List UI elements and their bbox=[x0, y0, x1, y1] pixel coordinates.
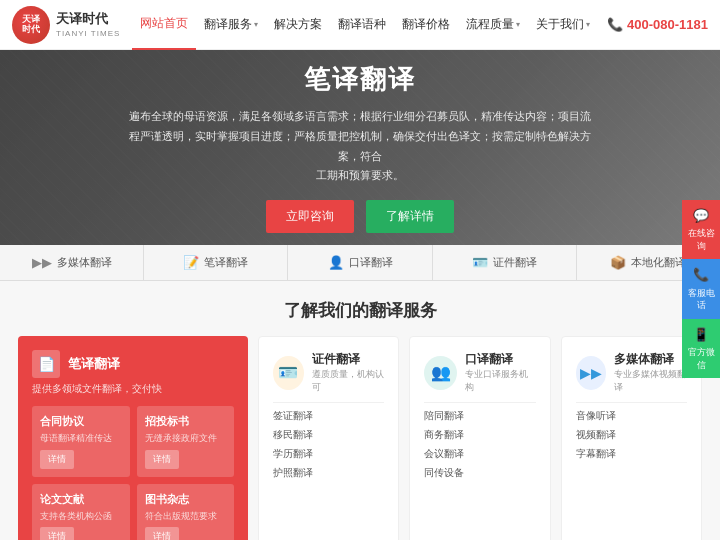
mini-item-paper: 论文文献 支持各类机构公函 详情 bbox=[32, 484, 130, 540]
nav-item-process[interactable]: 流程质量 ▾ bbox=[458, 0, 528, 50]
sc-icon-interpret: 👥 bbox=[424, 356, 457, 390]
wechat-icon: 📱 bbox=[686, 326, 716, 344]
sc-links-document: 签证翻译 移民翻译 学历翻译 护照翻译 bbox=[273, 409, 384, 480]
nav-item-home[interactable]: 网站首页 bbox=[132, 0, 196, 50]
featured-card-icon: 📄 bbox=[32, 350, 60, 378]
sc-links-media: 音像听译 视频翻译 字幕翻译 bbox=[576, 409, 687, 461]
mini-btn-bid[interactable]: 详情 bbox=[145, 450, 179, 469]
logo-en: TIANYI TIMES bbox=[56, 28, 120, 39]
sc-divider-media bbox=[576, 402, 687, 403]
nav-item-languages[interactable]: 翻译语种 bbox=[330, 0, 394, 50]
side-float-panel: 💬 在线咨询 📞 客服电话 📱 官方微信 bbox=[682, 200, 720, 378]
sc-divider-interpret bbox=[424, 402, 535, 403]
mini-desc-book: 符合出版规范要求 bbox=[145, 510, 227, 523]
multimedia-icon: ▶▶ bbox=[32, 255, 52, 270]
mini-btn-paper[interactable]: 详情 bbox=[40, 527, 74, 540]
phone-number[interactable]: 400-080-1181 bbox=[627, 17, 708, 32]
tab-interpreting[interactable]: 👤 口译翻译 bbox=[288, 245, 432, 280]
logo-symbol: 天译时代 bbox=[22, 15, 40, 35]
sc-link-int-3[interactable]: 会议翻译 bbox=[424, 447, 535, 461]
info-button[interactable]: 了解详情 bbox=[366, 200, 454, 233]
nav-arrow-services: ▾ bbox=[254, 20, 258, 29]
header: 天译时代 天译时代 TIANYI TIMES 网站首页 翻译服务 ▾ 解决方案 … bbox=[0, 0, 720, 50]
understand-section: 了解我们的翻译服务 📄 笔译翻译 提供多领域文件翻译，交付快 合同协议 母语翻译… bbox=[0, 281, 720, 540]
featured-card-subtitle: 提供多领域文件翻译，交付快 bbox=[32, 382, 234, 396]
contact-button[interactable]: 立即咨询 bbox=[266, 200, 354, 233]
service-card-media: ▶▶ 多媒体翻译 专业多媒体视频翻译 音像听译 视频翻译 字幕翻译 bbox=[561, 336, 702, 540]
phone-float-icon: 📞 bbox=[686, 266, 716, 284]
mini-desc-contract: 母语翻译精准传达 bbox=[40, 432, 122, 445]
mini-desc-bid: 无缝承接政府文件 bbox=[145, 432, 227, 445]
logo-icon: 天译时代 bbox=[12, 6, 50, 44]
sc-link-doc-2[interactable]: 移民翻译 bbox=[273, 428, 384, 442]
nav-item-about[interactable]: 关于我们 ▾ bbox=[528, 0, 598, 50]
services-bar: ▶▶ 多媒体翻译 📝 笔译翻译 👤 口译翻译 🪪 证件翻译 📦 本地化翻译 bbox=[0, 245, 720, 281]
sc-subtitle-media: 专业多媒体视频翻译 bbox=[614, 368, 687, 394]
nav-item-price[interactable]: 翻译价格 bbox=[394, 0, 458, 50]
hero-desc: 遍布全球的母语资源，满足各领域多语言需求；根据行业细分召募员队，精准传达内容；项… bbox=[120, 107, 600, 187]
mini-grid: 合同协议 母语翻译精准传达 详情 招投标书 无缝承接政府文件 详情 论文文献 支… bbox=[32, 406, 234, 540]
sc-link-med-2[interactable]: 视频翻译 bbox=[576, 428, 687, 442]
featured-card: 📄 笔译翻译 提供多领域文件翻译，交付快 合同协议 母语翻译精准传达 详情 招投… bbox=[18, 336, 248, 540]
sc-title-document: 证件翻译 bbox=[312, 351, 385, 368]
mini-desc-paper: 支持各类机构公函 bbox=[40, 510, 122, 523]
hero-content: 笔译翻译 遍布全球的母语资源，满足各领域多语言需求；根据行业细分召募员队，精准传… bbox=[80, 62, 640, 234]
sc-link-med-1[interactable]: 音像听译 bbox=[576, 409, 687, 423]
nav-item-services[interactable]: 翻译服务 ▾ bbox=[196, 0, 266, 50]
mini-btn-contract[interactable]: 详情 bbox=[40, 450, 74, 469]
logo-text: 天译时代 TIANYI TIMES bbox=[56, 10, 120, 39]
sc-icon-media: ▶▶ bbox=[576, 356, 607, 390]
sc-link-int-2[interactable]: 商务翻译 bbox=[424, 428, 535, 442]
mini-title-paper: 论文文献 bbox=[40, 492, 122, 507]
mini-title-book: 图书杂志 bbox=[145, 492, 227, 507]
sc-subtitle-interpret: 专业口译服务机构 bbox=[465, 368, 535, 394]
hero-buttons: 立即咨询 了解详情 bbox=[120, 200, 600, 233]
cards-grid: 📄 笔译翻译 提供多领域文件翻译，交付快 合同协议 母语翻译精准传达 详情 招投… bbox=[0, 336, 720, 540]
mini-item-contract: 合同协议 母语翻译精准传达 详情 bbox=[32, 406, 130, 477]
mini-item-book: 图书杂志 符合出版规范要求 详情 bbox=[137, 484, 235, 540]
sc-link-int-4[interactable]: 同传设备 bbox=[424, 466, 535, 480]
sc-header-media: ▶▶ 多媒体翻译 专业多媒体视频翻译 bbox=[576, 351, 687, 394]
chat-icon: 💬 bbox=[686, 207, 716, 225]
section-title-understand: 了解我们的翻译服务 bbox=[0, 299, 720, 322]
nav-arrow-about: ▾ bbox=[586, 20, 590, 29]
written-icon: 📝 bbox=[183, 255, 199, 270]
mini-item-bid: 招投标书 无缝承接政府文件 详情 bbox=[137, 406, 235, 477]
sc-header-document: 🪪 证件翻译 遵质质量，机构认可 bbox=[273, 351, 384, 394]
sc-link-doc-3[interactable]: 学历翻译 bbox=[273, 447, 384, 461]
document-icon: 🪪 bbox=[472, 255, 488, 270]
sc-subtitle-document: 遵质质量，机构认可 bbox=[312, 368, 385, 394]
sc-header-interpret: 👥 口译翻译 专业口译服务机构 bbox=[424, 351, 535, 394]
mini-title-contract: 合同协议 bbox=[40, 414, 122, 429]
main-nav: 网站首页 翻译服务 ▾ 解决方案 翻译语种 翻译价格 流程质量 ▾ 关于我们 ▾ bbox=[132, 0, 607, 49]
phone-area: 📞 400-080-1181 bbox=[607, 17, 708, 32]
featured-card-title: 笔译翻译 bbox=[68, 355, 120, 373]
interpreting-icon: 👤 bbox=[328, 255, 344, 270]
sc-title-interpret: 口译翻译 bbox=[465, 351, 535, 368]
mini-title-bid: 招投标书 bbox=[145, 414, 227, 429]
sc-divider-document bbox=[273, 402, 384, 403]
sc-link-doc-4[interactable]: 护照翻译 bbox=[273, 466, 384, 480]
sc-link-med-3[interactable]: 字幕翻译 bbox=[576, 447, 687, 461]
tab-written[interactable]: 📝 笔译翻译 bbox=[144, 245, 288, 280]
nav-item-solutions[interactable]: 解决方案 bbox=[266, 0, 330, 50]
side-btn-chat[interactable]: 💬 在线咨询 bbox=[682, 200, 720, 259]
side-btn-phone[interactable]: 📞 客服电话 bbox=[682, 259, 720, 318]
tab-document[interactable]: 🪪 证件翻译 bbox=[433, 245, 577, 280]
mini-btn-book[interactable]: 详情 bbox=[145, 527, 179, 540]
sc-links-interpret: 陪同翻译 商务翻译 会议翻译 同传设备 bbox=[424, 409, 535, 480]
logo-area: 天译时代 天译时代 TIANYI TIMES bbox=[12, 6, 132, 44]
service-card-interpret: 👥 口译翻译 专业口译服务机构 陪同翻译 商务翻译 会议翻译 同传设备 bbox=[409, 336, 550, 540]
hero-title: 笔译翻译 bbox=[120, 62, 600, 97]
localization-icon: 📦 bbox=[610, 255, 626, 270]
sc-icon-document: 🪪 bbox=[273, 356, 304, 390]
logo-cn: 天译时代 bbox=[56, 10, 120, 28]
sc-title-media: 多媒体翻译 bbox=[614, 351, 687, 368]
sc-link-int-1[interactable]: 陪同翻译 bbox=[424, 409, 535, 423]
hero-section: 笔译翻译 遍布全球的母语资源，满足各领域多语言需求；根据行业细分召募员队，精准传… bbox=[0, 50, 720, 245]
side-btn-wechat[interactable]: 📱 官方微信 bbox=[682, 319, 720, 378]
service-card-document: 🪪 证件翻译 遵质质量，机构认可 签证翻译 移民翻译 学历翻译 护照翻译 bbox=[258, 336, 399, 540]
sc-link-doc-1[interactable]: 签证翻译 bbox=[273, 409, 384, 423]
tab-multimedia[interactable]: ▶▶ 多媒体翻译 bbox=[0, 245, 144, 280]
phone-icon: 📞 bbox=[607, 17, 623, 32]
